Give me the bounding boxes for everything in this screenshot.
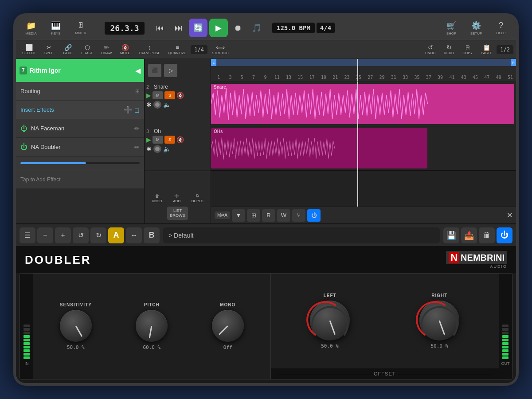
oh-speaker-icon[interactable]: 🔈 xyxy=(163,145,171,153)
help-button[interactable]: ? HELP xyxy=(489,17,512,39)
keys-button[interactable]: 🎹 KEYS xyxy=(44,17,67,39)
track-lane-snare[interactable]: Snare /* waveform r xyxy=(211,82,516,126)
time-sig-display[interactable]: 4/4 xyxy=(317,23,335,33)
plugin-arrow-btn[interactable]: ↔ xyxy=(126,227,142,243)
position-display[interactable]: 26.3.3 xyxy=(105,22,145,35)
shop-button[interactable]: 🛒 SHOP xyxy=(440,17,463,39)
snare-clip[interactable]: Snare /* waveform r xyxy=(211,84,514,124)
paste-tool[interactable]: 📋 PASTE xyxy=(477,43,496,56)
insert-effects-collapse-icon[interactable]: ◻ xyxy=(134,106,140,113)
mute-tool[interactable]: 🔇 MUTE xyxy=(116,43,134,56)
insert-effects-add-icon[interactable]: ➕ xyxy=(124,106,133,114)
quantize-tool[interactable]: ≡ QUANTIZE xyxy=(165,43,190,56)
tl-btn-w[interactable]: W xyxy=(277,209,290,222)
snare-mute-btn[interactable]: M xyxy=(153,91,163,99)
track-lane-oh[interactable]: OHs xyxy=(211,126,516,171)
midi-btn[interactable]: M⇌A xyxy=(215,211,230,219)
plugin-b-btn[interactable]: B xyxy=(144,227,160,243)
draw-tool[interactable]: ✏ DRAW xyxy=(98,43,115,56)
split-tool[interactable]: ✂ SPLIT xyxy=(40,43,58,56)
transpose-tool[interactable]: ↕ TRANSPOSE xyxy=(135,43,164,56)
bpm-display[interactable]: 125.0 BPM xyxy=(272,23,315,33)
snare-solo-btn[interactable]: S xyxy=(164,91,175,99)
grid-value[interactable]: 1/2 xyxy=(497,45,513,54)
vu-out-seg-10 xyxy=(502,325,509,327)
tl-btn-fit[interactable]: ⊞ xyxy=(247,209,260,222)
tablet-frame: 📁 MEDIA 🎹 KEYS 🎚 MIXER 26.3.3 ⏮ ⏭ 🔄 ▶ ⏺ … xyxy=(13,13,519,386)
sensitivity-knob[interactable] xyxy=(60,310,92,342)
tl-btn-power[interactable]: ⏻ xyxy=(307,209,321,222)
oh-clip-label: OHs xyxy=(214,129,223,134)
loop-handle-left[interactable]: L xyxy=(211,59,216,66)
redo-tool[interactable]: ↻ REDO xyxy=(440,43,458,56)
effect1-edit-icon[interactable]: ✏ xyxy=(134,125,140,132)
stop-button[interactable]: ⏺ xyxy=(230,20,246,36)
pitch-knob[interactable] xyxy=(136,310,168,342)
mode-select-btn[interactable]: ⬛ xyxy=(148,64,161,77)
mode-btn2[interactable]: ▷ xyxy=(164,64,177,77)
plugin-save2-icon: 📤 xyxy=(464,231,474,240)
quantize-value[interactable]: 1/4 xyxy=(191,45,207,54)
metronome-button[interactable]: 🎵 xyxy=(248,20,265,36)
tl-btn-r[interactable]: R xyxy=(262,209,275,222)
play-button[interactable]: ▶ xyxy=(209,19,228,37)
loop-button[interactable]: 🔄 xyxy=(189,19,207,37)
track-arrow-icon[interactable]: ◀ xyxy=(135,66,141,75)
volume-slider-track[interactable] xyxy=(20,162,140,164)
snare-mute-icon[interactable]: 🔇 xyxy=(176,92,184,99)
setup-button[interactable]: ⚙️ SETUP xyxy=(465,17,488,39)
pitch-value: 60.0 % xyxy=(143,344,160,350)
select-tool[interactable]: ⬜ SELECT xyxy=(19,43,39,56)
stretch-tool[interactable]: ⟺ STRETCH xyxy=(208,43,232,56)
effect2-power-icon[interactable]: ⏻ xyxy=(20,143,27,151)
plugin-redo-btn[interactable]: ↻ xyxy=(90,227,106,243)
rewind-button[interactable]: ⏮ xyxy=(152,20,168,36)
snare-speaker-icon[interactable]: 🔈 xyxy=(163,101,171,108)
oh-mute-btn[interactable]: M xyxy=(153,136,163,144)
undo-tool[interactable]: ↺ UNDO xyxy=(422,43,439,56)
skip-forward-button[interactable]: ⏭ xyxy=(170,20,187,36)
loop-handle-right[interactable]: R xyxy=(511,59,516,66)
delete-btn[interactable]: 🗑 UNDO xyxy=(152,194,162,203)
plugin-a-btn[interactable]: A xyxy=(108,227,124,243)
add-effect-row[interactable]: Tap to Add Effect xyxy=(16,170,144,188)
snare-rec-btn[interactable] xyxy=(153,101,161,109)
plugin-brand: N NEMBRINI AUDIO xyxy=(446,251,507,269)
insert-effects-row[interactable]: Insert Effects ➕ ◻ xyxy=(16,101,144,119)
plugin-plus-btn[interactable]: + xyxy=(55,227,71,243)
media-button[interactable]: 📁 MEDIA xyxy=(20,17,43,39)
oh-rec-btn[interactable] xyxy=(153,145,161,153)
effect-doubler-row[interactable]: ⏻ NA Doubler ✏ xyxy=(16,138,144,156)
snare-play-btn[interactable]: ▶ xyxy=(146,92,151,99)
oh-mute-icon[interactable]: 🔇 xyxy=(176,136,184,143)
effect1-power-icon[interactable]: ⏻ xyxy=(20,125,27,133)
oh-play-btn[interactable]: ▶ xyxy=(146,136,151,143)
routing-row[interactable]: Routing ⊞ xyxy=(16,82,144,101)
right-knob-container xyxy=(419,301,459,340)
effect-faceman-row[interactable]: ⏻ NA Faceman ✏ xyxy=(16,119,144,138)
plugin-trash-btn[interactable]: 🗑 xyxy=(479,227,495,243)
tl-btn-dropdown[interactable]: ▼ xyxy=(232,209,245,222)
second-toolbar: ⬜ SELECT ✂ SPLIT 🔗 GLUE ⬡ ERASE ✏ DRAW 🔇 xyxy=(16,40,516,59)
mixer-button[interactable]: 🎚 MIXER xyxy=(69,17,92,39)
copy-tool[interactable]: ⎘ COPY xyxy=(459,43,477,56)
effect2-edit-icon[interactable]: ✏ xyxy=(134,144,140,151)
glue-tool[interactable]: 🔗 GLUE xyxy=(59,43,77,56)
close-panel-btn[interactable]: ✕ xyxy=(507,211,512,219)
plugin-preset-dropdown[interactable]: > Default xyxy=(163,227,440,243)
mono-knob[interactable] xyxy=(212,310,244,342)
plugin-undo-btn[interactable]: ↺ xyxy=(73,227,89,243)
plugin-save-btn[interactable]: 💾 xyxy=(443,227,459,243)
oh-rec-dot xyxy=(155,147,160,151)
plugin-minus-btn[interactable]: − xyxy=(37,227,53,243)
duplicate-btn[interactable]: ⧉ DUPLC xyxy=(192,193,203,203)
oh-clip[interactable]: OHs xyxy=(211,128,427,168)
tl-btn-fork[interactable]: ⑂ xyxy=(292,209,305,222)
oh-solo-btn[interactable]: S xyxy=(164,136,175,144)
plugin-menu-btn[interactable]: ☰ xyxy=(20,227,35,243)
plugin-power-btn[interactable]: ⏻ xyxy=(497,227,512,243)
plugin-save2-btn[interactable]: 📤 xyxy=(461,227,477,243)
add-btn[interactable]: ➕ ADD xyxy=(173,194,180,203)
erase-tool[interactable]: ⬡ ERASE xyxy=(78,43,97,56)
list-brows-btn[interactable]: LISTBROWS xyxy=(167,207,188,220)
